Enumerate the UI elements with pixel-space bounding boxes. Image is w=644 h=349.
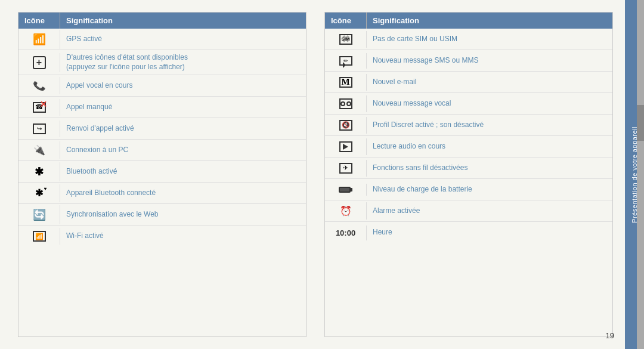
email-text: Nouvel e-mail [367,75,612,90]
wifi-text: Wi-Fi activé [60,228,306,244]
battery-text: Niveau de charge de la batterie [367,182,612,197]
left-table: Icône Signification 📶 GPS activé + D'aut… [18,12,306,337]
alarm-icon: ⏰ [325,202,367,220]
gps-text: GPS activé [60,32,306,47]
bluetooth-text: Bluetooth activé [60,164,306,180]
sync-text: Synchronisation avec le Web [60,207,306,223]
right-header-signification: Signification [367,13,612,29]
table-row: 📶 Wi-Fi activé [18,226,306,247]
table-row: ☎ ❌ Appel manqué [18,97,306,118]
right-table-header: Icône Signification [325,13,612,29]
usb-text: Connexion à un PC [60,143,306,158]
airplane-icon: ✈ [325,160,367,177]
time-icon: 10:00 [325,226,367,240]
airplane-text: Fonctions sans fil désactivées [367,160,612,176]
right-table: Icône Signification SIM ✖ Pas de carte S… [324,12,613,337]
alarm-text: Alarme activée [367,203,612,219]
missed-call-icon: ☎ ❌ [18,99,60,116]
left-table-header: Icône Signification [18,13,306,29]
scrollbar[interactable] [637,0,644,349]
table-row: ⏰ Alarme activée [325,200,612,222]
forward-call-text: Renvoi d'appel activé [60,121,306,137]
forward-call-icon: ↪ [18,121,60,137]
table-row: 📞 Appel vocal en cours [18,75,306,97]
table-row: M Nouvel e-mail [325,72,612,93]
scrollbar-thumb[interactable] [637,105,644,141]
left-header-icone: Icône [18,13,60,29]
no-sim-text: Pas de carte SIM ou USIM [367,32,612,47]
sync-icon: 🔄 [18,205,60,224]
table-row: Lecture audio en cours [325,136,612,157]
table-row: 🔄 Synchronisation avec le Web [18,204,306,226]
no-sim-icon: SIM ✖ [325,31,367,48]
page-number: 19 [606,331,614,340]
table-row: Nouveau message vocal [325,93,612,115]
table-row: + D'autres icônes d'état sont disponible… [18,50,306,75]
time-text: Heure [367,225,612,240]
table-row: 📶 GPS activé [18,29,306,50]
sms-icon: ✏ [325,53,367,69]
table-row: Niveau de charge de la batterie [325,179,612,200]
battery-icon [325,184,367,196]
play-icon [325,138,367,155]
mute-text: Profil Discret activé ; son désactivé [367,118,612,133]
voicemail-icon [325,95,367,112]
table-row: SIM ✖ Pas de carte SIM ou USIM [325,29,612,50]
wifi-icon: 📶 [18,228,60,245]
table-row: ✱ ♥ Appareil Bluetooth connecté [18,183,306,204]
table-row: ✏ Nouveau message SMS ou MMS [325,50,612,72]
sms-text: Nouveau message SMS ou MMS [367,53,612,69]
missed-call-text: Appel manqué [60,100,306,115]
gps-icon: 📶 [18,30,60,49]
mute-icon: 🔇 [325,117,367,134]
usb-icon: 🔌 [18,141,60,159]
table-row: ↪ Renvoi d'appel activé [18,118,306,140]
bluetooth-connected-icon: ✱ ♥ [18,184,60,202]
table-row: ✱ Bluetooth activé [18,161,306,183]
voicemail-text: Nouveau message vocal [367,96,612,112]
table-row: 🔇 Profil Discret activé ; son désactivé [325,115,612,136]
bluetooth-icon: ✱ [18,162,60,181]
right-header-icone: Icône [325,13,367,29]
add-icon: + [18,53,60,72]
table-row: ✈ Fonctions sans fil désactivées [325,157,612,179]
call-text: Appel vocal en cours [60,78,306,94]
bluetooth-connected-text: Appareil Bluetooth connecté [60,186,306,201]
phone-call-icon: 📞 [18,77,60,94]
table-row: 10:00 Heure [325,222,612,243]
email-icon: M [325,74,367,91]
left-header-signification: Signification [60,13,306,29]
other-icons-text: D'autres icônes d'état sont disponibles … [60,50,306,75]
table-row: 🔌 Connexion à un PC [18,140,306,161]
play-text: Lecture audio en cours [367,139,612,155]
side-tab: Présentation de votre appareil [625,0,644,349]
